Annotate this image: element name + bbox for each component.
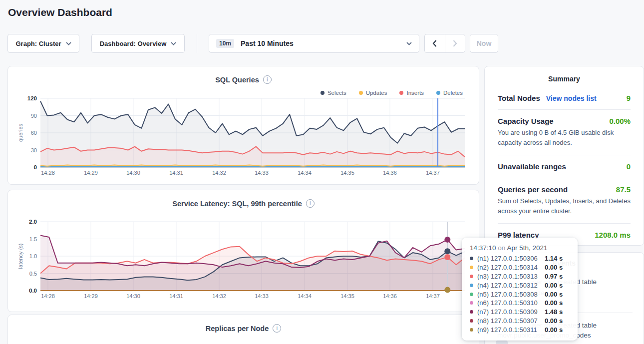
- time-range-label: Past 10 Minutes: [241, 39, 294, 47]
- unavailable-ranges-row: Unavailable ranges 0: [485, 162, 644, 171]
- divider: [498, 223, 631, 224]
- x-tick-label: 14:29: [79, 170, 102, 176]
- service-latency-panel: Service Latency: SQL, 99th percentile i …: [7, 190, 479, 312]
- y-tick-label: 120: [17, 95, 37, 101]
- x-tick-label: 14:28: [36, 293, 59, 299]
- capacity-usage-row: Capacity Usage 0.00%: [485, 117, 644, 125]
- tooltip-node-value: 0.00 s: [545, 317, 570, 325]
- tooltip-row: (n6) 127.0.0.1:503100.00 s: [470, 299, 570, 308]
- sql-queries-panel: SQL Queries i Selects Updates Inserts De…: [7, 66, 479, 185]
- queries-per-second-value: 87.5: [616, 185, 631, 194]
- view-nodes-list-link[interactable]: View nodes list: [546, 94, 597, 102]
- x-tick-label: 14:36: [378, 170, 401, 176]
- divider: [498, 178, 631, 178]
- tooltip-node-label: (n4) 127.0.0.1:50312: [477, 282, 538, 289]
- tooltip-row: (n3) 127.0.0.1:503130.97 s: [470, 272, 570, 281]
- controls-divider: [197, 34, 197, 53]
- dashboard-dropdown[interactable]: Dashboard: Overview: [91, 34, 185, 53]
- y-tick-label: 60: [17, 130, 37, 136]
- divider: [498, 109, 631, 110]
- now-button[interactable]: Now: [470, 34, 498, 53]
- x-tick-label: 14:35: [336, 170, 359, 176]
- service-latency-chart[interactable]: [8, 190, 479, 312]
- page-title: Overview Dashboard: [8, 6, 112, 18]
- info-icon[interactable]: i: [273, 324, 281, 333]
- node-color-dot-icon: [470, 319, 473, 323]
- chevron-right-icon: [453, 40, 457, 47]
- next-time-button[interactable]: [445, 34, 465, 52]
- queries-per-second-subtext: Sum of Selects, Updates, Inserts, and De…: [485, 194, 644, 216]
- replicas-title: Replicas per Node i: [8, 324, 479, 333]
- x-tick-label: 14:28: [36, 170, 59, 176]
- tooltip-node-label: (n1) 127.0.0.1:50306: [477, 255, 538, 262]
- y-tick-label: 0.5: [17, 271, 37, 277]
- event-icon: [496, 341, 508, 344]
- x-tick-label: 14:30: [122, 170, 145, 176]
- tooltip-row: (n9) 127.0.0.1:503110.00 s: [470, 325, 570, 334]
- unavailable-ranges-value: 0: [627, 162, 631, 171]
- capacity-usage-label: Capacity Usage: [498, 117, 554, 125]
- chevron-down-icon: [171, 42, 176, 45]
- y-tick-label: 0: [17, 164, 37, 170]
- tooltip-date: Apr 5th, 2021: [507, 244, 547, 252]
- tooltip-node-value: 1.14 s: [545, 255, 570, 262]
- x-tick-label: 14:29: [79, 293, 102, 299]
- node-color-dot-icon: [470, 328, 473, 332]
- x-tick-label: 14:31: [165, 293, 188, 299]
- node-color-dot-icon: [470, 310, 473, 314]
- x-tick-label: 14:35: [336, 293, 359, 299]
- x-tick-label: 14:37: [421, 170, 444, 176]
- x-tick-label: 14:33: [250, 293, 273, 299]
- tooltip-node-value: 0.97 s: [545, 273, 570, 280]
- tooltip-node-label: (n5) 127.0.0.1:50308: [477, 291, 538, 298]
- tooltip-node-label: (n8) 127.0.0.1:50307: [477, 317, 538, 325]
- sql-queries-chart[interactable]: [8, 66, 479, 184]
- x-tick-label: 14:33: [250, 170, 273, 176]
- total-nodes-row: Total Nodes View nodes list 9: [485, 94, 644, 102]
- graph-dropdown[interactable]: Graph: Cluster: [7, 34, 79, 53]
- replicas-panel: Replicas per Node i: [7, 315, 479, 344]
- y-tick-label: 0.0: [17, 288, 37, 294]
- y-tick-label: 30: [17, 147, 37, 153]
- node-color-dot-icon: [470, 293, 473, 296]
- unavailable-ranges-label: Unavailable ranges: [498, 162, 566, 171]
- tooltip-row: (n8) 127.0.0.1:503070.00 s: [470, 317, 570, 326]
- tooltip-node-value: 0.00 s: [545, 291, 570, 298]
- summary-title: Summary: [485, 75, 644, 83]
- tooltip-row: (n2) 127.0.0.1:503140.00 s: [470, 263, 570, 272]
- time-range-selector[interactable]: 10m Past 10 Minutes: [209, 34, 419, 53]
- dashboard-dropdown-label: Dashboard: Overview: [100, 40, 167, 47]
- chevron-left-icon: [432, 40, 437, 47]
- capacity-usage-subtext: You are using 0 B of 4.5 GiB usable disk…: [485, 125, 644, 148]
- tooltip-on: on: [498, 244, 505, 252]
- x-tick-label: 14:36: [378, 293, 401, 299]
- tooltip-node-label: (n2) 127.0.0.1:50314: [477, 264, 538, 271]
- node-color-dot-icon: [470, 301, 473, 305]
- tooltip-node-value: 0.00 s: [545, 299, 570, 307]
- node-color-dot-icon: [470, 275, 473, 278]
- divider: [498, 155, 631, 155]
- x-tick-label: 14:34: [293, 293, 316, 299]
- tooltip-node-label: (n6) 127.0.0.1:50310: [477, 299, 538, 307]
- now-button-label: Now: [477, 39, 492, 47]
- total-nodes-label: Total Nodes: [498, 94, 540, 102]
- tooltip-node-label: (n9) 127.0.0.1:50311: [477, 326, 537, 334]
- tooltip-row: (n5) 127.0.0.1:503080.00 s: [470, 290, 570, 299]
- node-color-dot-icon: [470, 257, 473, 260]
- tooltip-node-label: (n3) 127.0.0.1:50313: [477, 273, 538, 280]
- x-tick-label: 14:34: [293, 170, 316, 176]
- node-color-dot-icon: [470, 266, 473, 269]
- tooltip-row: (n1) 127.0.0.1:503061.14 s: [470, 254, 570, 263]
- y-tick-label: 1.5: [17, 236, 37, 242]
- x-tick-label: 14:31: [165, 170, 188, 176]
- x-tick-label: 14:37: [421, 293, 444, 299]
- x-tick-label: 14:32: [208, 170, 231, 176]
- p99-latency-value: 1208.0 ms: [595, 231, 631, 239]
- total-nodes-value: 9: [627, 94, 631, 102]
- time-step-buttons: [424, 34, 465, 53]
- y-tick-label: 1.0: [17, 253, 37, 259]
- queries-per-second-label: Queries per second: [498, 185, 568, 194]
- prev-time-button[interactable]: [425, 34, 445, 52]
- chevron-down-icon: [66, 42, 71, 45]
- x-tick-label: 14:30: [122, 293, 145, 299]
